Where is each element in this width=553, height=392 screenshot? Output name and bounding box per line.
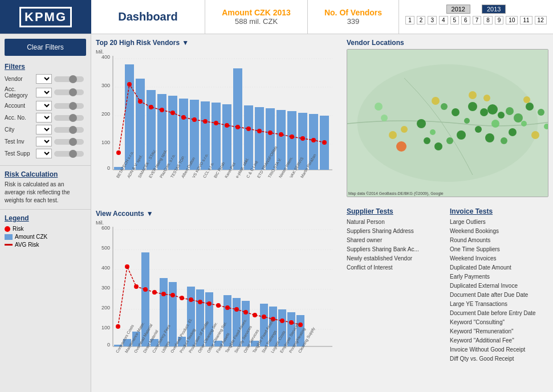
test-inv-filter: Test Inv — [5, 137, 86, 146]
amount-label: Amount CZK 2013 — [222, 8, 291, 17]
test-inv-slider[interactable] — [54, 139, 84, 145]
test-large-ye-transactions[interactable]: Large YE Transactions — [450, 300, 548, 309]
test-invoice-without-good-receipt[interactable]: Invoice Without Good Receipt — [450, 345, 548, 354]
svg-point-85 — [526, 103, 534, 111]
month-8-button[interactable]: 8 — [483, 16, 493, 24]
account-slider[interactable] — [54, 103, 84, 109]
city-dropdown[interactable] — [36, 125, 52, 134]
test-round-amounts[interactable]: Round Amounts — [450, 236, 548, 245]
view-accounts-dropdown-icon[interactable]: ▼ — [147, 210, 153, 218]
svg-text:300: 300 — [101, 83, 110, 88]
month-11-button[interactable]: 11 — [520, 16, 532, 24]
svg-point-92 — [509, 128, 517, 136]
test-one-time-suppliers[interactable]: One Time Suppliers — [450, 245, 548, 254]
clear-filters-button[interactable]: Clear Filters — [5, 39, 86, 56]
amount-section: Amount CZK 2013 588 mil. CZK — [205, 0, 308, 34]
date-selector: 2012 2013 1 2 3 4 5 6 7 8 9 10 11 12 — [399, 0, 553, 34]
month-12-button[interactable]: 12 — [535, 16, 547, 24]
month-1-button[interactable]: 1 — [405, 16, 414, 24]
test-duplicated-external-invoice[interactable]: Duplicated External Invoce — [450, 281, 548, 291]
test-newly-established-vendor[interactable]: Newly established Vendor — [347, 254, 445, 263]
svg-text:0: 0 — [107, 342, 110, 348]
month-3-button[interactable]: 3 — [428, 16, 437, 24]
svg-point-79 — [464, 118, 470, 124]
svg-point-147 — [143, 287, 148, 292]
test-conflict-of-interest[interactable]: Conflict of Interest — [347, 263, 445, 272]
test-suppliers-sharing-address[interactable]: Suppliers Sharing Address — [347, 227, 445, 236]
svg-point-106 — [381, 115, 388, 121]
legend-risk: Risk — [5, 226, 86, 232]
vendors-section: No. Of Vendors 339 — [308, 0, 399, 34]
svg-rect-129 — [169, 282, 177, 346]
acc-no-label: Acc. No. — [5, 115, 36, 121]
month-9-button[interactable]: 9 — [495, 16, 504, 24]
svg-text:Map data ©2014 GeoBasis-DE/BKG: Map data ©2014 GeoBasis-DE/BKG (©2009), … — [348, 191, 444, 196]
svg-rect-21 — [222, 104, 231, 170]
test-supp-filter: Test Supp — [5, 149, 86, 158]
svg-point-78 — [475, 126, 482, 133]
svg-point-72 — [480, 108, 488, 116]
test-supp-dropdown[interactable] — [36, 149, 52, 158]
svg-point-101 — [389, 131, 397, 139]
city-filter: City — [5, 125, 86, 134]
month-7-button[interactable]: 7 — [473, 16, 482, 24]
test-inv-dropdown[interactable] — [36, 137, 52, 146]
map-container[interactable]: Map data ©2014 GeoBasis-DE/BKG (©2009), … — [347, 49, 548, 197]
month-2-button[interactable]: 2 — [417, 16, 426, 24]
acc-no-slider[interactable] — [54, 115, 84, 121]
month-5-button[interactable]: 5 — [450, 16, 460, 24]
year-2013-button[interactable]: 2013 — [482, 5, 506, 14]
svg-text:400: 400 — [101, 265, 110, 271]
legend-amount-label: Amount CZK — [15, 234, 47, 240]
supplier-tests-title: Supplier Tests — [347, 207, 445, 215]
test-keyword-consulting[interactable]: Keyword "Consulting" — [450, 318, 548, 327]
year-2012-button[interactable]: 2012 — [446, 5, 470, 14]
svg-point-100 — [401, 126, 408, 133]
test-weekend-invoices[interactable]: Weekend Invoices — [450, 254, 548, 263]
svg-text:100: 100 — [101, 325, 110, 330]
svg-point-87 — [521, 121, 527, 126]
svg-point-82 — [434, 142, 442, 150]
test-suppliers-sharing-bank[interactable]: Suppliers Sharing Bank Ac... — [347, 245, 445, 254]
test-diff-qty-good-receipt[interactable]: Diff Qty vs. Good Receipt — [450, 354, 548, 364]
top-vendors-svg: 400 300 200 100 0 — [96, 56, 332, 193]
test-large-outliers[interactable]: Large Outliers — [450, 218, 548, 227]
acc-category-dropdown[interactable] — [36, 88, 52, 97]
svg-text:400: 400 — [101, 54, 110, 60]
city-slider[interactable] — [54, 127, 84, 133]
view-accounts-title-text: View Accounts — [96, 210, 144, 218]
vendor-slider[interactable] — [54, 76, 84, 82]
account-dropdown[interactable] — [36, 101, 52, 111]
vendor-dropdown[interactable] — [36, 74, 52, 84]
test-keyword-remuneration[interactable]: Keyword "Remuneration" — [450, 327, 548, 336]
year-row: 2012 2013 — [405, 5, 547, 14]
svg-point-81 — [446, 137, 453, 144]
test-natural-person[interactable]: Natural Person — [347, 218, 445, 227]
svg-point-102 — [396, 141, 406, 152]
test-document-date-after-due[interactable]: Document Date after Due Date — [450, 291, 548, 300]
amount-bar-icon — [5, 234, 13, 240]
test-document-date-before-entry[interactable]: Document Date before Entry Date — [450, 309, 548, 318]
account-filter: Account — [5, 101, 86, 111]
top-vendors-dropdown-icon[interactable]: ▼ — [182, 39, 189, 47]
test-duplicated-date-amount[interactable]: Duplicated Date Amount — [450, 263, 548, 272]
test-early-payments[interactable]: Early Payments — [450, 272, 548, 281]
svg-point-73 — [487, 104, 498, 115]
invoice-tests-section: Invoice Tests Large Outliers Weekend Boo… — [450, 207, 548, 364]
month-10-button[interactable]: 10 — [506, 16, 518, 24]
top-vendors-chart-panel: Top 20 High Risk Vendors ▼ Mil. 400 300 … — [91, 34, 342, 205]
svg-point-88 — [452, 108, 460, 116]
acc-no-dropdown[interactable] — [36, 113, 52, 122]
test-supp-slider[interactable] — [54, 151, 84, 157]
svg-point-95 — [469, 91, 477, 99]
month-4-button[interactable]: 4 — [439, 16, 448, 24]
test-weekend-bookings[interactable]: Weekend Bookings — [450, 227, 548, 236]
test-keyword-additional-fee[interactable]: Keyword "Additional Fee" — [450, 336, 548, 345]
svg-rect-24 — [255, 107, 264, 170]
acc-category-filter: Acc. Category — [5, 86, 86, 99]
month-6-button[interactable]: 6 — [461, 16, 470, 24]
test-shared-owner[interactable]: Shared owner — [347, 236, 445, 245]
main-layout: Clear Filters Filters Vendor Acc. Catego… — [0, 34, 553, 392]
risk-section: Risk Calculation Risk is calculated as a… — [0, 165, 91, 209]
acc-category-slider[interactable] — [54, 89, 84, 95]
